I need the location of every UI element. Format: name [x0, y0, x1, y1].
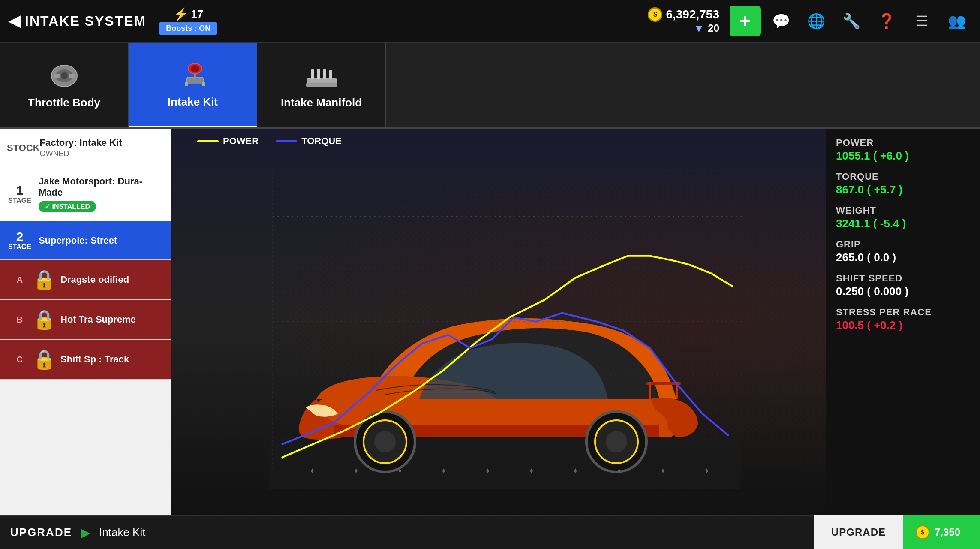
torque-legend-label: TORQUE [301, 136, 342, 147]
cost-button[interactable]: $ 7,350 [903, 515, 980, 549]
stat-grip: GRIP 265.0 ( 0.0 ) [836, 239, 970, 264]
tab-intake-kit[interactable]: Intake Kit [129, 43, 257, 127]
weight-label: WEIGHT [836, 205, 970, 216]
stress-label: STRESS PER RACE [836, 307, 970, 318]
svg-rect-29 [676, 382, 678, 399]
upgrade-info-pro-b: Hot Tra Supreme [60, 314, 165, 325]
grip-value: 265.0 ( 0.0 ) [836, 251, 970, 264]
cost-amount: 7,350 [935, 526, 960, 538]
gold-amount: 6,392,753 [666, 8, 719, 21]
gem-icon: ▼ [694, 22, 705, 35]
svg-rect-15 [329, 70, 332, 79]
bottom-bar: UPGRADE ▶ Intake Kit UPGRADE $ 7,350 [0, 515, 980, 549]
power-legend-label: POWER [223, 136, 259, 147]
stage1-label: 1 STAGE [7, 184, 33, 205]
add-currency-button[interactable]: + [730, 6, 761, 36]
gems-display: ▼ 20 [694, 22, 719, 35]
upgrade-item-stage1[interactable]: 1 STAGE Jake Motorsport: Dura-Made ✓ INS… [0, 167, 171, 221]
tab-throttle-body-label: Throttle Body [28, 96, 100, 109]
coin-icon: $ [648, 7, 662, 22]
tab-intake-manifold[interactable]: Intake Manifold [257, 43, 386, 127]
lightning-icon: ⚡ [173, 7, 188, 21]
stat-stress: STRESS PER RACE 100.5 ( +0.2 ) [836, 307, 970, 332]
social-button[interactable]: 👥 [942, 6, 971, 36]
grip-label: GRIP [836, 239, 970, 250]
weight-value: 3241.1 ( -5.4 ) [836, 217, 970, 230]
stage1-text: STAGE [8, 197, 31, 205]
upgrade-sub-stock: OWNED [40, 149, 165, 158]
throttle-body-icon [45, 61, 84, 91]
back-button[interactable]: ◀ INTAKE SYSTEM [9, 12, 146, 30]
gold-display: $ 6,392,753 [648, 7, 719, 22]
chat-button[interactable]: 💬 [767, 6, 796, 36]
power-legend: POWER [197, 136, 259, 147]
svg-rect-3 [54, 74, 60, 78]
torque-legend: TORQUE [276, 136, 342, 147]
boosts-button[interactable]: Boosts : ON [159, 22, 217, 35]
tab-throttle-body[interactable]: Throttle Body [0, 43, 129, 127]
upgrade-name-stage1: Jake Motorsport: Dura-Made [39, 176, 165, 198]
svg-rect-10 [202, 82, 205, 86]
play-icon: ▶ [81, 525, 90, 540]
svg-point-7 [191, 65, 199, 72]
installed-badge: ✓ INSTALLED [39, 201, 96, 212]
pro-a-label: A [7, 275, 33, 285]
header-right: $ 6,392,753 ▼ 20 + 💬 🌐 🔧 ❓ ☰ 👥 [648, 6, 971, 36]
header: ◀ INTAKE SYSTEM ⚡ 17 Boosts : ON $ 6,392… [0, 0, 980, 43]
bottom-left: UPGRADE ▶ Intake Kit [0, 525, 814, 540]
right-panel: POWER 1055.1 ( +6.0 ) TORQUE 867.0 ( +5.… [826, 129, 980, 515]
svg-point-26 [606, 431, 627, 452]
tab-intake-manifold-label: Intake Manifold [281, 96, 362, 109]
chart-legend: POWER TORQUE [197, 136, 342, 147]
tabs-row: Throttle Body Intake Kit [0, 43, 980, 129]
stage2-text: STAGE [8, 243, 31, 251]
lock-icon-b: 🔒 [33, 308, 56, 331]
pro-c-label: C [7, 355, 33, 365]
svg-rect-14 [323, 69, 326, 79]
svg-rect-28 [649, 382, 651, 399]
upgrade-item-pro-b[interactable]: B 🔒 Hot Tra Supreme [0, 300, 171, 340]
car-svg [269, 232, 741, 489]
upgrade-name-pro-a: Dragste odified [60, 274, 165, 285]
bottom-right: UPGRADE $ 7,350 [814, 515, 980, 549]
intake-kit-icon [174, 60, 212, 90]
upgrade-item-pro-c[interactable]: C 🔒 Shift Sp : Track [0, 340, 171, 380]
svg-rect-5 [186, 77, 204, 83]
power-line-indicator [197, 140, 219, 142]
menu-button[interactable]: ☰ [907, 6, 936, 36]
upgrade-name-stock: Factory: Intake Kit [40, 137, 165, 148]
upgrade-button[interactable]: UPGRADE [814, 515, 903, 549]
globe-button[interactable]: 🌐 [802, 6, 831, 36]
upgrade-info-stock: Factory: Intake Kit OWNED [40, 137, 165, 158]
power-label: POWER [836, 137, 970, 148]
intake-manifold-icon [302, 61, 341, 91]
torque-value: 867.0 ( +5.7 ) [836, 183, 970, 196]
lock-icon-a: 🔒 [33, 268, 56, 291]
svg-point-23 [374, 431, 396, 452]
center-panel: POWER TORQUE [171, 129, 826, 515]
svg-rect-12 [311, 69, 314, 79]
cost-coin-icon: $ [916, 525, 929, 539]
svg-rect-4 [69, 74, 75, 78]
svg-point-2 [61, 72, 68, 79]
wrench-button[interactable]: 🔧 [837, 6, 866, 36]
upgrade-item-stage2[interactable]: 2 STAGE Superpole: Street [0, 221, 171, 260]
stock-stage-label: STOCK [7, 142, 40, 154]
upgrade-item-pro-a[interactable]: A 🔒 Dragste odified [0, 260, 171, 300]
torque-label: TORQUE [836, 171, 970, 182]
boost-section: ⚡ 17 Boosts : ON [159, 7, 217, 35]
svg-rect-9 [185, 82, 188, 86]
stage2-num: 2 [16, 230, 24, 243]
help-button[interactable]: ❓ [872, 6, 901, 36]
upgrade-name-pro-b: Hot Tra Supreme [60, 314, 165, 325]
lock-icon-c: 🔒 [33, 348, 56, 371]
page-title: INTAKE SYSTEM [25, 13, 146, 29]
upgrade-item-stock[interactable]: STOCK Factory: Intake Kit OWNED [0, 129, 171, 167]
upgrade-info-pro-a: Dragste odified [60, 274, 165, 285]
upgrade-info-stage2: Superpole: Street [39, 235, 165, 246]
torque-line-indicator [276, 140, 297, 142]
main-content: STOCK Factory: Intake Kit OWNED 1 STAGE … [0, 129, 980, 515]
shift-speed-value: 0.250 ( 0.000 ) [836, 285, 970, 298]
stat-shift-speed: SHIFT SPEED 0.250 ( 0.000 ) [836, 273, 970, 298]
stat-power: POWER 1055.1 ( +6.0 ) [836, 137, 970, 163]
